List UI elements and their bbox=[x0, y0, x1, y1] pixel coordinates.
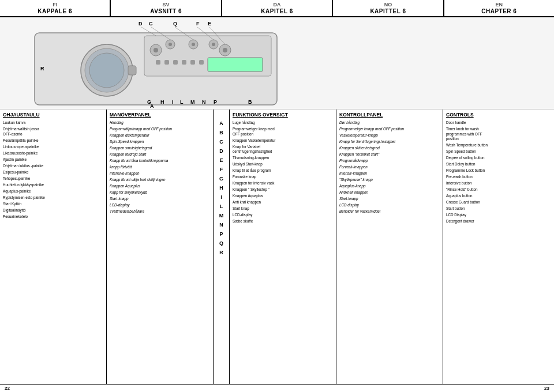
list-item: LCD-display bbox=[233, 213, 333, 218]
svg-text:F: F bbox=[196, 21, 200, 27]
svg-text:M: M bbox=[190, 99, 195, 105]
page: FI KAPPALE 6 SV AVSNITT 6 DA KAPITEL 6 N… bbox=[0, 0, 554, 392]
list-item: Rypistymisen esto painike bbox=[3, 195, 103, 201]
list-item: LCD display bbox=[339, 203, 440, 208]
list-item: Sæbe skuffe bbox=[233, 219, 333, 224]
list-item: Anti krøl knappen bbox=[233, 200, 333, 205]
list-item: Knap til at låse program bbox=[233, 168, 333, 174]
svg-rect-24 bbox=[182, 60, 186, 65]
list-item: Linkousnopeuspainike bbox=[3, 145, 103, 150]
chapter-da: DA KAPITEL 6 bbox=[222, 0, 333, 16]
sv-rows: Handtag Programväljarknapp med OFF posit… bbox=[110, 120, 210, 214]
svg-text:E: E bbox=[208, 21, 211, 27]
svg-text:Q: Q bbox=[173, 21, 177, 27]
page-number-right: 23 bbox=[544, 386, 549, 391]
list-item: Ohjelmanvalitsin jossa OFF-asento bbox=[3, 127, 103, 137]
letter-e: E bbox=[214, 156, 229, 165]
list-item: Start Delay button bbox=[446, 162, 551, 167]
list-item: Intensiv-knappen bbox=[339, 171, 440, 176]
page-numbers: 22 23 bbox=[0, 384, 554, 392]
list-item: Door handle bbox=[446, 120, 551, 126]
letter-f: F bbox=[214, 165, 229, 174]
list-item: Luukun kahva bbox=[3, 120, 103, 126]
letter-q: Q bbox=[214, 239, 229, 248]
list-item: Tehopesupainike bbox=[3, 176, 103, 182]
chapter-title-sv: AVSNITT 6 bbox=[150, 8, 182, 14]
list-item: Knapp för att välja bort sköljningen bbox=[110, 178, 210, 183]
list-item: Start knap bbox=[233, 206, 333, 212]
no-header: KONTROLLPANEL bbox=[339, 112, 440, 118]
section-da: FUNKTIONS OVERSIGT Luge håndtag Programv… bbox=[230, 110, 336, 384]
svg-point-20 bbox=[223, 48, 227, 52]
chapter-no: NO KAPITTEL 6 bbox=[333, 0, 444, 16]
list-item: Intensive button bbox=[446, 181, 551, 186]
chapter-title-en: CHAPTER 6 bbox=[481, 8, 516, 14]
list-item: "Skyllepause"-knapp bbox=[339, 178, 440, 183]
chapter-en: EN CHAPTER 6 bbox=[444, 0, 554, 16]
svg-rect-22 bbox=[164, 60, 169, 65]
svg-text:N: N bbox=[202, 99, 206, 105]
list-item: Huuhtelun lykkäyspainike bbox=[3, 183, 103, 188]
chapter-header: FI KAPPALE 6 SV AVSNITT 6 DA KAPITEL 6 N… bbox=[0, 0, 554, 17]
list-item: Ajastin-painike bbox=[3, 157, 103, 163]
da-header: FUNKTIONS OVERSIGT bbox=[233, 112, 333, 118]
list-item: Knappen fördröjd Start bbox=[110, 152, 210, 157]
list-item: Knappen for Intensiv vask bbox=[233, 181, 333, 186]
svg-rect-21 bbox=[156, 60, 160, 65]
list-item: Start-knapp bbox=[110, 197, 210, 202]
list-item: Spin-Speed-knappen bbox=[110, 140, 210, 145]
list-item: Knappen Aquaplus bbox=[233, 194, 333, 199]
list-item: LCD-display bbox=[110, 203, 210, 208]
section-letters: A B C D E F G H I L M N P Q R bbox=[214, 110, 230, 384]
svg-point-14 bbox=[169, 43, 172, 46]
list-item: Aquaplus-painike bbox=[3, 189, 103, 194]
list-item: "Rinse Hold" button bbox=[446, 187, 551, 193]
svg-text:B: B bbox=[248, 99, 252, 105]
list-item: Spin Speed button bbox=[446, 149, 551, 154]
chapter-title-da: KAPITEL 6 bbox=[261, 8, 293, 14]
list-item: Start button bbox=[446, 206, 551, 212]
list-item: Vasketemperatur-knapp bbox=[339, 133, 440, 138]
page-number-left: 22 bbox=[5, 386, 10, 391]
list-item: Intensive-knappen bbox=[110, 171, 210, 176]
chapter-title-no: KAPITTEL 6 bbox=[370, 8, 406, 14]
list-item: Timer knob for wash programmes with OFF … bbox=[446, 127, 551, 142]
list-item: Wash Temperature button bbox=[446, 143, 551, 148]
en-rows: Door handle Timer knob for wash programm… bbox=[446, 120, 551, 224]
list-item: Programväljarknapp med OFF position bbox=[110, 127, 210, 132]
fi-rows: Luukun kahva Ohjelmanvalitsin jossa OFF-… bbox=[3, 120, 103, 219]
svg-rect-25 bbox=[190, 60, 195, 65]
list-item: Start-knapp bbox=[339, 197, 440, 202]
letter-p: P bbox=[214, 229, 229, 239]
list-item: Likaisuusaste-painike bbox=[3, 151, 103, 156]
content-columns: OHJAUSTAULU Luukun kahva Ohjelmanvalitsi… bbox=[0, 110, 554, 384]
list-item: Kapp för skrynkelskydd bbox=[110, 190, 210, 195]
list-item: Esipesu-painike bbox=[3, 170, 103, 175]
list-item: Degree of soiling button bbox=[446, 156, 551, 161]
list-item: Digitaalinäyttö bbox=[3, 208, 103, 213]
letter-r: R bbox=[214, 248, 229, 257]
list-item: Knappen "forsinket start" bbox=[339, 152, 440, 157]
svg-point-12 bbox=[154, 48, 158, 52]
letter-h: H bbox=[214, 183, 229, 193]
svg-point-8 bbox=[89, 53, 124, 88]
flag-fi: FI bbox=[53, 2, 57, 7]
da-rows: Luge håndtag Programvælger knap med OFF … bbox=[233, 120, 333, 224]
svg-text:H: H bbox=[160, 99, 164, 105]
chapter-fi: FI KAPPALE 6 bbox=[0, 0, 111, 16]
list-item: Knappen Aquaplus bbox=[110, 184, 210, 189]
list-item: Aquaplus button bbox=[446, 194, 551, 199]
letter-a: A bbox=[214, 119, 229, 128]
letter-d: D bbox=[214, 146, 229, 156]
list-item: Detergent drawer bbox=[446, 219, 551, 224]
letter-g: G bbox=[214, 174, 229, 183]
list-item: Forvaske knap bbox=[233, 175, 333, 180]
letter-n: N bbox=[214, 220, 229, 229]
svg-text:R: R bbox=[40, 66, 44, 71]
list-item: Tvättmedelsbehållare bbox=[110, 209, 210, 214]
list-item: Programlåsknapp bbox=[339, 159, 440, 164]
svg-text:L: L bbox=[180, 99, 184, 105]
svg-text:I: I bbox=[172, 99, 174, 105]
list-item: Antiknøll knappen bbox=[339, 190, 440, 195]
list-item: Udskyd Start-knap bbox=[233, 162, 333, 167]
